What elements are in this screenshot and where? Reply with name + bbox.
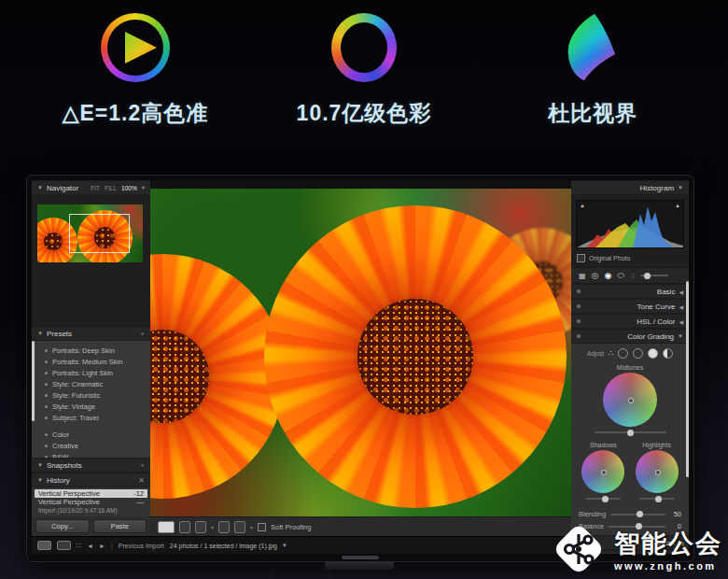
- preset-item[interactable]: Style: Cinematic: [32, 378, 150, 389]
- collapse-triangle-icon[interactable]: ▼: [37, 185, 43, 191]
- shadows-color-wheel[interactable]: [581, 450, 624, 493]
- filmstrip-dropdown-icon[interactable]: ▾: [283, 542, 287, 549]
- masking-tool-icon[interactable]: ◉: [604, 271, 611, 280]
- original-photo-checkbox[interactable]: [577, 254, 585, 262]
- grid-view-icon[interactable]: ∷: [77, 542, 81, 550]
- preset-item[interactable]: Style: Futuristic: [32, 389, 150, 401]
- highlight-clipping-icon[interactable]: ▲: [675, 203, 680, 208]
- before-after-view-icon[interactable]: [179, 521, 190, 533]
- right-scrollbar[interactable]: [686, 281, 689, 477]
- collapse-triangle-icon[interactable]: ◀: [679, 289, 683, 295]
- brush-tool-icon[interactable]: ◌: [630, 271, 635, 280]
- tool-slider[interactable]: [640, 275, 668, 276]
- soft-proofing-checkbox[interactable]: [258, 523, 266, 531]
- history-entry[interactable]: Import (10/19/20 9:47:16 AM): [35, 506, 147, 515]
- presets-list: Portraits: Deep Skin Portraits: Medium S…: [32, 341, 150, 458]
- promo-stage: △E=1.2高色准 10.7亿级色彩: [0, 0, 728, 579]
- presets-title: Presets: [47, 330, 72, 338]
- collapse-triangle-icon[interactable]: ▼: [37, 477, 43, 483]
- filmstrip-status: 24 photos / 1 selected / image (1).jpg: [170, 543, 277, 549]
- feature-row: △E=1.2高色准 10.7亿级色彩: [28, 7, 700, 128]
- preset-item[interactable]: B&W: [32, 451, 150, 458]
- highlights-color-wheel[interactable]: [636, 450, 679, 493]
- histogram[interactable]: ▲ ▲: [576, 200, 684, 248]
- heal-tool-icon[interactable]: ◎: [592, 271, 599, 280]
- zoom-fill[interactable]: FILL: [105, 185, 117, 191]
- feature-dolby-vision: 杜比视界: [485, 7, 700, 128]
- blending-slider[interactable]: [610, 514, 665, 515]
- main-window-icon[interactable]: [37, 541, 51, 550]
- collapse-triangle-icon[interactable]: ▼: [678, 185, 683, 191]
- preset-item[interactable]: Style: Vintage: [32, 401, 150, 412]
- feature-color-depth: 10.7亿级色彩: [257, 7, 471, 128]
- history-header[interactable]: ▼ History ✕: [32, 473, 150, 487]
- panel-toggle-icon[interactable]: [577, 304, 581, 308]
- global-wheel-icon[interactable]: [663, 348, 673, 359]
- navigator-crop-rect[interactable]: [69, 214, 130, 253]
- preset-item[interactable]: Portraits: Deep Skin: [32, 345, 150, 356]
- second-window-icon[interactable]: [57, 541, 71, 550]
- collapse-triangle-icon[interactable]: ▼: [37, 462, 43, 468]
- collapse-triangle-icon[interactable]: ◀: [679, 318, 683, 325]
- midtones-color-wheel[interactable]: [603, 373, 657, 427]
- copy-button[interactable]: Copy...: [35, 519, 90, 533]
- navigator-header[interactable]: ▼ Navigator FIT FILL 100% ▾: [32, 180, 150, 195]
- panel-toggle-icon[interactable]: [577, 319, 581, 323]
- shadow-clipping-icon[interactable]: ▲: [580, 203, 585, 208]
- color-ring-icon: [331, 13, 397, 82]
- basic-panel-header[interactable]: Basic ◀: [571, 284, 689, 299]
- filmstrip-source[interactable]: Previous Import: [119, 543, 164, 549]
- panel-toggle-icon[interactable]: [577, 334, 581, 338]
- color-grading-panel-header[interactable]: Color Grading ▼: [571, 329, 689, 344]
- snapshots-header[interactable]: ▼ Snapshots +: [32, 458, 150, 473]
- history-entry-selected[interactable]: Vertical Perspective -12: [35, 489, 147, 498]
- split-view-icon[interactable]: [234, 521, 245, 533]
- forward-arrow-icon[interactable]: ►: [99, 543, 105, 549]
- photo-area[interactable]: [150, 189, 571, 516]
- presets-header[interactable]: ▼ Presets +: [32, 326, 150, 341]
- zoom-100[interactable]: 100%: [121, 185, 137, 191]
- highlights-luminance-slider[interactable]: [639, 498, 674, 500]
- preset-item[interactable]: Portraits: Light Skin: [32, 367, 150, 378]
- tool-strip: ▦ ◎ ◉ ⬭ ◌: [571, 267, 689, 284]
- before-after-view-icon[interactable]: [195, 521, 206, 533]
- navigator-thumbnail[interactable]: [37, 205, 143, 262]
- panel-toggle-icon[interactable]: [577, 290, 581, 293]
- preset-item[interactable]: Creative: [32, 440, 150, 451]
- shadows-wheel-icon[interactable]: [618, 348, 628, 359]
- redeye-tool-icon[interactable]: ⬭: [617, 271, 624, 281]
- collapse-triangle-icon[interactable]: ◀: [679, 304, 683, 310]
- split-view-icon[interactable]: [218, 521, 230, 533]
- left-panel: ▼ Navigator FIT FILL 100% ▾: [32, 180, 150, 536]
- paste-button[interactable]: Paste: [93, 519, 147, 533]
- feature-label: 杜比视界: [548, 99, 637, 128]
- hsl-color-title: HSL / Color: [637, 318, 675, 326]
- collapse-triangle-icon[interactable]: ▼: [37, 331, 43, 336]
- preset-item[interactable]: Color: [32, 429, 150, 440]
- collapse-triangle-icon[interactable]: ▼: [678, 333, 683, 339]
- zoom-dropdown-icon[interactable]: ▾: [142, 184, 145, 191]
- history-entry[interactable]: Vertical Perspective —: [35, 498, 147, 506]
- dropdown-icon[interactable]: ▾: [211, 524, 214, 530]
- hsl-color-panel-header[interactable]: HSL / Color ◀: [571, 314, 689, 329]
- back-arrow-icon[interactable]: ◄: [87, 543, 93, 549]
- tone-curve-title: Tone Curve: [637, 303, 675, 311]
- shadows-luminance-slider[interactable]: [586, 498, 621, 500]
- dropdown-icon[interactable]: ▾: [250, 524, 253, 530]
- zoom-fit[interactable]: FIT: [91, 185, 100, 191]
- color-grading-title: Color Grading: [627, 332, 674, 341]
- midtones-luminance-slider[interactable]: [595, 431, 666, 433]
- color-grading-body: Adjust ∴ Midtones Shadows: [571, 344, 689, 535]
- highlights-wheel-icon[interactable]: [648, 348, 658, 359]
- left-scrollbar[interactable]: [32, 341, 35, 421]
- loupe-view-icon[interactable]: [158, 521, 175, 533]
- navigator-spacer: [32, 272, 150, 326]
- midtones-wheel-icon[interactable]: [633, 348, 643, 359]
- play-gamut-icon: [101, 13, 170, 82]
- preset-item[interactable]: Subject: Travel: [32, 412, 150, 423]
- crop-tool-icon[interactable]: ▦: [579, 272, 586, 280]
- histogram-header[interactable]: Histogram ▼: [571, 180, 689, 195]
- threeway-icon[interactable]: ∴: [609, 349, 613, 358]
- tone-curve-panel-header[interactable]: Tone Curve ◀: [571, 299, 689, 314]
- preset-item[interactable]: Portraits: Medium Skin: [32, 356, 150, 367]
